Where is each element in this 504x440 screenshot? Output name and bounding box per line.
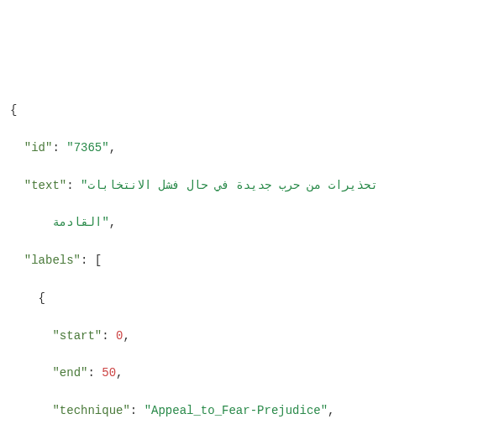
labels-open: "labels": [ — [10, 251, 494, 270]
text-line-1: "text": "تحذيرات من حرب جديدة في حال فشل… — [10, 176, 494, 195]
json-code-block: { "id": "7365", "text": "تحذيرات من حرب … — [10, 82, 494, 440]
label1-technique: "technique": "Appeal_to_Fear-Prejudice", — [10, 401, 494, 420]
label1-start: "start": 0, — [10, 327, 494, 345]
label1-end: "end": 50, — [10, 364, 494, 382]
text-line-2: القادمة", — [10, 213, 494, 232]
brace-open: { — [10, 101, 494, 119]
label1-brace-open: { — [10, 289, 494, 307]
id-line: "id": "7365", — [10, 139, 494, 157]
